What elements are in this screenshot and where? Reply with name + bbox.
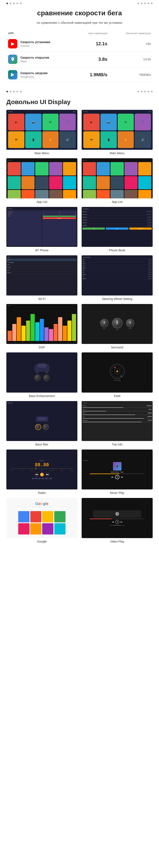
screenshot-item-8: DSP 32641252505001K2K4K8K16K DSP [6, 304, 77, 349]
other-speed-2: 780KB/s [109, 67, 153, 83]
screenshot-img-10: L R [6, 352, 77, 392]
screenshot-item-13: Trip Info Mileage 12,345 km Fuel 45.2 L [82, 401, 153, 446]
screenshot-img-7: Steering Wheel VOL+Not SetVOL-Not SetPRE… [82, 255, 153, 295]
div-dot-1 [6, 91, 8, 92]
screenshot-label-14: Radio [38, 491, 46, 495]
screenshot-item-15: Music Play Britney Spears - Today ⏮ ⏸ ⏭ … [82, 450, 153, 495]
dots-left-group [6, 3, 22, 4]
screenshot-item-17: ⏮ ⏸ ⏭ 00:00Klara & The Sun03:45 Video Pl… [82, 498, 153, 543]
screenshot-img-17: ⏮ ⏸ ⏭ 00:00Klara & The Sun03:45 [82, 498, 153, 538]
speed-row-2: Скорость загрузки Google play 1.9MB/s 78… [6, 67, 153, 83]
screenshot-label-17: Video Play [110, 540, 124, 543]
dots-top-row [0, 0, 159, 7]
dot-8 [144, 3, 146, 4]
app-name-block-1: Скорость открытия Maps [21, 56, 49, 63]
dot-5 [20, 3, 22, 4]
other-speed-0: 19s [109, 36, 153, 52]
screenshot-img-15: Music Play Britney Spears - Today ⏮ ⏸ ⏭ [82, 450, 153, 490]
screenshot-item-5: Phone Book Contact 1+12345671Contact 2+1… [82, 207, 153, 252]
speed-table: APP наш навигация обычный навигация ▶ Ск… [6, 30, 153, 83]
div-dot-2 [10, 91, 11, 92]
dot-4 [16, 3, 18, 4]
screenshot-label-6: WI-FI [38, 297, 45, 301]
dots-right-group [137, 3, 153, 4]
dot-3 [13, 3, 15, 4]
screenshot-label-3: App List [112, 200, 123, 204]
screenshot-item-2: App List App List [6, 158, 77, 203]
div-dot-3 [13, 91, 15, 92]
dot-10 [151, 3, 153, 4]
dot-1 [6, 3, 8, 4]
screenshot-item-4: BT Phone Phone Book Call Record Services… [6, 207, 77, 252]
screenshot-label-5: Phone Book [109, 249, 125, 252]
screenshot-label-16: Google [37, 540, 47, 543]
screenshot-label-0: Main Menu [35, 152, 49, 155]
screenshot-img-4: BT Phone Phone Book Call Record Services… [6, 207, 77, 247]
section1-subtitle: по сравнению с обычной навигацией при те… [6, 21, 153, 25]
divider-dots [0, 87, 159, 96]
our-speed-2: 1.9MB/s [75, 67, 109, 83]
maps-icon [8, 55, 17, 64]
screenshot-item-3: App List App List [82, 158, 153, 203]
app-sub-2: Google play [21, 75, 47, 79]
section1-title: сравнение скорости бега [6, 9, 153, 17]
screenshot-label-10: Bass Enhancement [29, 394, 55, 398]
screenshot-label-12: Bass filter [35, 443, 48, 446]
screenshot-label-1: Main Menu [110, 152, 124, 155]
screenshot-img-11: Field Setting [82, 352, 153, 392]
screenshot-label-11: Field [114, 394, 120, 398]
youtube-icon: ▶ [8, 39, 17, 49]
screenshot-item-12: Bass Filter Bass filter [6, 401, 77, 446]
screenshot-img-8: DSP 32641252505001K2K4K8K16K [6, 304, 77, 344]
dot-7 [141, 3, 143, 4]
screenshot-img-16: Google [6, 498, 77, 538]
app-name-block-0: Скорость установки Youtube [21, 40, 50, 48]
div-dot-7 [141, 91, 143, 92]
screenshot-img-1: BT Phone10:00 ▶📷⚙🎵🗺📱⚡🔊 [82, 110, 153, 150]
app-name-block-2: Скорость загрузки Google play [21, 71, 47, 79]
screenshot-item-10: L R Bass Enhancement [6, 352, 77, 398]
screenshot-item-9: Bass Main Treble Surroun [82, 304, 153, 349]
dot-2 [10, 3, 11, 4]
col-other-header: обычный навигация [109, 30, 153, 36]
our-speed-0: 12.1s [75, 36, 109, 52]
screenshot-item-0: BT Phone10:00 ▶📷⚙🎵🗺📱⚡🔊 Main Menu [6, 110, 77, 155]
screenshot-img-12: Bass Filter [6, 401, 77, 441]
screenshot-item-6: WI-FI WiFi›Save Storage›GPS›Factory›User… [6, 255, 77, 300]
app-sub-1: Maps [21, 60, 49, 63]
app-cell-2: Скорость загрузки Google play [6, 67, 75, 83]
screenshot-label-9: Surround [111, 346, 123, 349]
app-name-2: Скорость загрузки [21, 71, 47, 75]
screenshot-img-13: Trip Info Mileage 12,345 km Fuel 45.2 L [82, 401, 153, 441]
screenshot-img-5: Phone Book Contact 1+12345671Contact 2+1… [82, 207, 153, 247]
screenshot-img-6: WI-FI WiFi›Save Storage›GPS›Factory›User… [6, 255, 77, 295]
screenshot-img-14: FM Radio 88.80 87.59092.59597.5100108 ◀◀… [6, 450, 77, 490]
speed-row-1: Скорость открытия Maps 3.8s 13.9s [6, 52, 153, 67]
dot-6 [137, 3, 139, 4]
speed-row-0: ▶ Скорость установки Youtube 12.1s 19s [6, 36, 153, 52]
screenshot-label-13: Trip Info [112, 443, 123, 446]
screenshot-grid: BT Phone10:00 ▶📷⚙🎵🗺📱⚡🔊 Main Menu BT Phon… [6, 110, 153, 543]
section2-title: Довольно UI Display [6, 98, 153, 105]
screenshot-item-16: Google Google [6, 498, 77, 543]
other-speed-1: 13.9s [109, 52, 153, 67]
div-dot-10 [151, 91, 153, 92]
div-dot-6 [137, 91, 139, 92]
divider-dots-left [6, 91, 22, 92]
screenshot-label-15: Music Play [110, 491, 124, 495]
screenshot-img-3: App List [82, 158, 153, 198]
app-name-1: Скорость открытия [21, 56, 49, 60]
div-dot-8 [144, 91, 146, 92]
gplay-icon [8, 70, 17, 80]
app-cell-0: ▶ Скорость установки Youtube [6, 36, 75, 52]
screenshot-img-2: App List [6, 158, 77, 198]
screenshot-item-14: FM Radio 88.80 87.59092.59597.5100108 ◀◀… [6, 450, 77, 495]
screenshot-item-7: Steering Wheel VOL+Not SetVOL-Not SetPRE… [82, 255, 153, 300]
speed-comparison-section: сравнение скорости бега по сравнению с о… [0, 7, 159, 87]
screenshot-label-2: App List [36, 200, 47, 204]
our-speed-1: 3.8s [75, 52, 109, 67]
screenshot-img-0: BT Phone10:00 ▶📷⚙🎵🗺📱⚡🔊 [6, 110, 77, 150]
screenshot-label-7: Steering Wheel Setting [102, 297, 132, 301]
app-name-0: Скорость установки [21, 40, 50, 44]
screenshot-img-9: Bass Main Treble [82, 304, 153, 344]
